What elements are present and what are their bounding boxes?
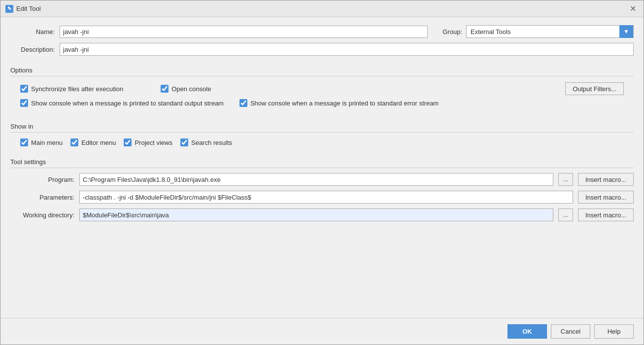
title-bar-left: ✎ Edit Tool [5,5,41,13]
show-console-stdout-item: Show console when a message is printed t… [20,99,224,107]
show-console-stderr-label: Show console when a message is printed t… [250,100,439,107]
working-dir-browse-button[interactable]: ... [558,208,573,221]
description-label: Description: [10,46,55,53]
group-dropdown-button[interactable]: ▼ [619,25,633,38]
group-dropdown-text: External Tools [467,26,619,37]
name-label: Name: [10,28,55,35]
main-menu-checkbox[interactable] [20,138,28,146]
program-input[interactable] [79,173,553,186]
open-console-item: Open console [161,85,211,93]
parameters-input[interactable] [79,191,573,204]
output-filters-button[interactable]: Output Filters... [565,82,624,95]
dialog-title: Edit Tool [16,5,41,12]
group-dropdown[interactable]: External Tools ▼ [466,25,634,38]
main-menu-item: Main menu [20,138,63,146]
parameters-row: Parameters: Insert macro... [10,191,634,204]
program-insert-macro-button[interactable]: Insert macro... [578,173,634,186]
group-label: Group: [442,28,462,35]
editor-menu-checkbox[interactable] [70,138,78,146]
show-in-section: Show in Main menu Editor menu Project vi… [10,118,634,151]
cancel-button[interactable]: Cancel [551,324,590,339]
search-results-checkbox[interactable] [180,138,188,146]
project-views-label: Project views [135,139,172,146]
editor-menu-item: Editor menu [70,138,116,146]
ok-button[interactable]: OK [508,324,547,339]
tool-settings-section: Tool settings Program: ... Insert macro.… [10,156,634,310]
tool-settings-grid: Program: ... Insert macro... Parameters:… [10,168,634,226]
sync-files-label: Synchronize files after execution [31,85,123,93]
open-console-label: Open console [171,85,211,93]
title-bar: ✎ Edit Tool ✕ [0,0,644,17]
search-results-label: Search results [191,139,232,146]
options-section: Options Synchronize files after executio… [10,61,634,113]
main-menu-label: Main menu [31,139,63,146]
parameters-label: Parameters: [10,194,74,201]
dialog-content: Name: Group: External Tools ▼ Descriptio… [0,17,644,318]
show-in-header: Show in [10,123,634,133]
options-row-2: Show console when a message is printed t… [10,97,634,109]
edit-tool-dialog: ✎ Edit Tool ✕ Name: Group: External Tool… [0,0,644,345]
project-views-checkbox[interactable] [124,138,132,146]
dialog-icon: ✎ [5,5,13,13]
program-row: Program: ... Insert macro... [10,173,634,186]
sync-files-checkbox[interactable] [20,85,28,93]
show-console-stdout-checkbox[interactable] [20,99,28,107]
dialog-footer: OK Cancel Help [0,318,644,345]
name-row: Name: Group: External Tools ▼ [10,25,634,38]
show-console-stdout-label: Show console when a message is printed t… [31,100,224,107]
tool-settings-header: Tool settings [10,158,634,168]
program-browse-button[interactable]: ... [558,173,573,186]
show-console-stderr-item: Show console when a message is printed t… [239,99,439,107]
show-console-stderr-checkbox[interactable] [239,99,247,107]
working-dir-label: Working directory: [10,211,74,219]
parameters-insert-macro-button[interactable]: Insert macro... [578,191,634,204]
show-in-row: Main menu Editor menu Project views Sear… [10,137,634,148]
options-header: Options [10,67,634,76]
project-views-item: Project views [124,138,172,146]
program-label: Program: [10,176,74,183]
description-row: Description: [10,43,634,56]
close-button[interactable]: ✕ [627,3,639,15]
options-row-1: Synchronize files after execution Open c… [10,80,634,97]
help-button[interactable]: Help [594,324,634,339]
open-console-checkbox[interactable] [161,85,169,93]
group-section: Group: External Tools ▼ [442,25,634,38]
name-input[interactable] [60,26,428,38]
description-input[interactable] [60,43,634,56]
search-results-item: Search results [180,138,232,146]
working-dir-row: Working directory: ... Insert macro... [10,208,634,221]
sync-files-item: Synchronize files after execution [20,85,123,93]
working-dir-input[interactable] [79,208,553,221]
editor-menu-label: Editor menu [81,139,116,146]
working-dir-insert-macro-button[interactable]: Insert macro... [578,208,634,221]
